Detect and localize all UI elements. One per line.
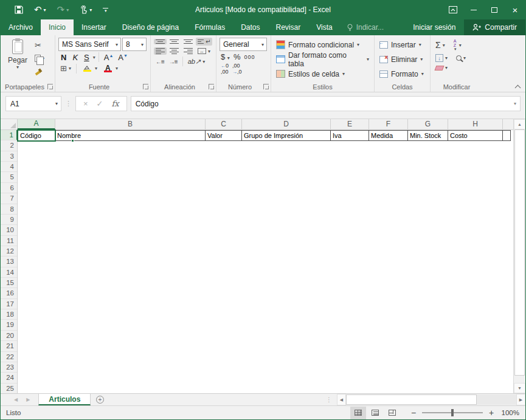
cell-i1-partial[interactable]	[503, 130, 511, 141]
close-button[interactable]: ×	[505, 0, 525, 19]
zoom-percentage[interactable]: 100%	[496, 409, 519, 416]
tab-insertar[interactable]: Insertar	[74, 19, 114, 35]
bold-button[interactable]: N	[58, 53, 69, 62]
format-painter-button[interactable]	[33, 66, 46, 78]
increase-decimal-button[interactable]: ←0,00	[221, 63, 229, 75]
select-all-button[interactable]	[1, 119, 18, 129]
row-header[interactable]: 12	[1, 246, 17, 256]
vertical-scrollbar[interactable]: ▲ ▼	[513, 119, 525, 393]
dialog-launcher-icon[interactable]	[209, 84, 214, 89]
customize-qat-button[interactable]: ▾	[99, 1, 112, 18]
cell-h1[interactable]: Costo	[448, 130, 503, 141]
align-center-button[interactable]	[168, 47, 181, 55]
align-middle-button[interactable]	[168, 39, 181, 44]
cell-g1[interactable]: Min. Stock	[408, 130, 448, 141]
cell-styles-button[interactable]: Estilos de celda▾	[274, 67, 371, 80]
fill-button[interactable]: ↓▾	[434, 53, 449, 63]
touch-mouse-mode-button[interactable]: ▾	[75, 1, 96, 18]
column-header-b[interactable]: B	[55, 119, 206, 129]
maximize-button[interactable]	[484, 0, 505, 19]
underline-button[interactable]: S	[81, 53, 92, 62]
row-header[interactable]: 7	[1, 193, 17, 204]
row-header[interactable]: 2	[1, 140, 17, 151]
dialog-launcher-icon[interactable]	[47, 84, 53, 89]
font-color-button[interactable]: A ▾	[100, 64, 120, 73]
tab-datos[interactable]: Datos	[233, 19, 268, 35]
name-box[interactable]: A1▾	[5, 96, 61, 111]
column-header-e[interactable]: E	[331, 119, 369, 129]
collapse-ribbon-icon[interactable]	[515, 84, 521, 89]
row-header[interactable]: 17	[1, 299, 17, 309]
row-header[interactable]: 19	[1, 320, 17, 330]
confirm-entry-button[interactable]: ✓	[97, 99, 103, 108]
page-layout-view-button[interactable]	[367, 407, 383, 419]
sheet-tab-articulos[interactable]: Articulos	[38, 394, 91, 405]
cancel-entry-button[interactable]: ×	[83, 99, 88, 108]
row-header[interactable]: 11	[1, 236, 17, 246]
row-header[interactable]: 16	[1, 288, 17, 298]
wrap-text-button[interactable]: ↵	[196, 38, 212, 46]
copy-button[interactable]: ▾	[33, 52, 46, 64]
tab-revisar[interactable]: Revisar	[268, 19, 309, 35]
tab-archivo[interactable]: Archivo	[1, 19, 41, 35]
next-sheet-button[interactable]: ▶	[26, 397, 30, 402]
row-header[interactable]: 6	[1, 183, 17, 193]
delete-cells-button[interactable]: Eliminar▾	[378, 53, 427, 66]
row-header[interactable]: 4	[1, 162, 17, 172]
row-header[interactable]: 22	[1, 352, 17, 362]
fill-color-button[interactable]: ▾	[80, 65, 99, 72]
fill-handle[interactable]	[71, 139, 74, 142]
decrease-indent-button[interactable]: ←≡	[154, 58, 166, 66]
orientation-button[interactable]: ab↗▾	[186, 57, 207, 66]
cell-f1[interactable]: Medida	[369, 130, 408, 141]
tab-diseno-de-pagina[interactable]: Diseño de página	[114, 19, 187, 35]
cell-b1[interactable]: Nombre	[55, 130, 206, 141]
row-header[interactable]: 13	[1, 256, 17, 267]
share-button[interactable]: Compartir	[464, 19, 525, 35]
cells-area[interactable]: Código Nombre Valor Grupo de Impresión I…	[18, 130, 513, 393]
autosum-button[interactable]: Σ▾	[434, 40, 447, 50]
row-header[interactable]: 25	[1, 384, 17, 394]
tab-scrollbar-splitter[interactable]: ⋮	[321, 394, 337, 405]
cell-a1-active[interactable]: Código	[18, 130, 55, 141]
align-left-button[interactable]	[154, 47, 167, 55]
paste-button[interactable]: Pegar ▾	[5, 38, 30, 78]
row-header[interactable]: 3	[1, 151, 17, 162]
scroll-up-button[interactable]: ▲	[514, 119, 525, 129]
scroll-right-button[interactable]: ▶	[516, 394, 525, 405]
cell-c1[interactable]: Valor	[206, 130, 242, 141]
tell-me-box[interactable]: Indicar...	[341, 19, 390, 35]
format-cells-button[interactable]: Formato▾	[378, 67, 427, 80]
row-header[interactable]: 9	[1, 215, 17, 225]
ribbon-display-options-button[interactable]	[443, 0, 463, 19]
row-header[interactable]: 20	[1, 331, 17, 341]
zoom-slider[interactable]	[422, 412, 483, 413]
grow-font-button[interactable]: A▲	[102, 53, 116, 62]
row-header[interactable]: 21	[1, 341, 17, 351]
format-as-table-button[interactable]: Dar formato como tabla▾	[274, 53, 371, 66]
vertical-scroll-thumb[interactable]	[514, 129, 525, 376]
row-header[interactable]: 1	[1, 130, 18, 140]
page-break-view-button[interactable]	[384, 407, 400, 419]
font-name-combo[interactable]: MS Sans Serif▾	[58, 38, 121, 51]
formula-bar-splitter[interactable]: ⋮	[61, 100, 75, 108]
currency-format-button[interactable]: $ ▾	[221, 52, 230, 61]
decrease-decimal-button[interactable]: ,00→,0	[232, 63, 242, 75]
row-header[interactable]: 24	[1, 373, 17, 383]
zoom-in-button[interactable]: +	[488, 408, 495, 418]
redo-button[interactable]: ↷▾	[53, 1, 74, 18]
row-header[interactable]: 14	[1, 267, 17, 278]
align-bottom-button[interactable]	[182, 39, 195, 44]
increase-indent-button[interactable]: →≡	[167, 58, 179, 66]
column-header-d[interactable]: D	[242, 119, 331, 129]
cut-button[interactable]: ✂	[33, 39, 46, 51]
insert-cells-button[interactable]: Insertar▾	[378, 38, 427, 51]
zoom-slider-thumb[interactable]	[451, 409, 454, 416]
cell-e1[interactable]: Iva	[331, 130, 369, 141]
align-top-button[interactable]	[154, 39, 167, 44]
conditional-formatting-button[interactable]: Formato condicional▾	[274, 38, 371, 51]
sign-in-button[interactable]: Iniciar sesión	[404, 19, 464, 35]
underline-dropdown[interactable]: ▾	[93, 55, 95, 60]
shrink-font-button[interactable]: A▼	[116, 53, 130, 62]
font-size-combo[interactable]: 8▾	[122, 38, 147, 51]
